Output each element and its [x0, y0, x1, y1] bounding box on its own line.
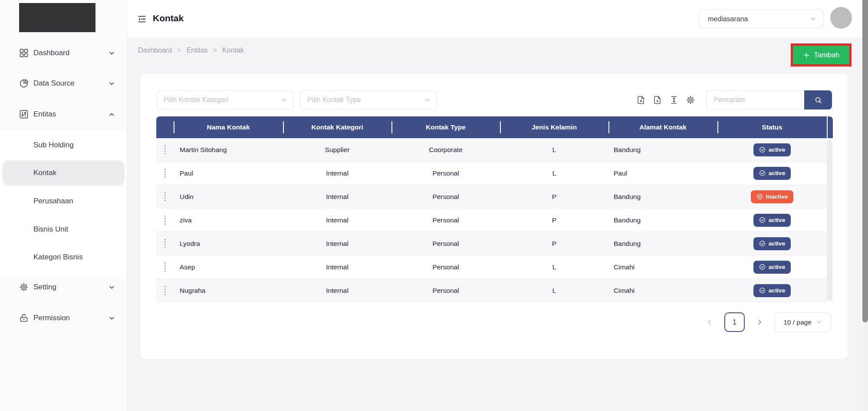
sidebar-item-label: Dashboard — [33, 49, 69, 57]
breadcrumb-separator: > — [213, 46, 217, 54]
column-header-kontak-kategori: Kontak Kategori — [283, 116, 391, 138]
drag-handle-icon[interactable] — [164, 192, 166, 201]
breadcrumb-entitas[interactable]: Entitas — [187, 46, 208, 54]
status-badge: active — [753, 143, 791, 156]
kontak-kategori-select[interactable]: Pilih Kontak Kategori — [156, 90, 293, 109]
sidebar-item-data-source[interactable]: Data Source — [0, 74, 127, 93]
entitas-submenu: Sub Holding Kontak Perusahaan Bisnis Uni… — [0, 129, 127, 280]
control-icon — [19, 109, 29, 119]
app-window: Dashboard Data Source Entitas — [0, 0, 868, 411]
check-circle-icon — [759, 217, 766, 223]
chevron-down-icon — [280, 97, 287, 103]
chevron-down-icon — [816, 319, 822, 325]
column-height-icon[interactable] — [669, 95, 679, 105]
breadcrumb-separator: > — [177, 46, 181, 54]
search-input[interactable] — [706, 90, 804, 109]
sidebar-item-setting[interactable]: Setting — [0, 278, 127, 297]
sidebar-item-label: Setting — [33, 283, 56, 292]
appstore-icon — [19, 48, 29, 58]
drag-handle-icon[interactable] — [164, 262, 166, 272]
pagination-prev-icon[interactable] — [706, 318, 713, 326]
page-title: Kontak — [153, 13, 184, 23]
table-settings-icon[interactable] — [686, 95, 695, 105]
table-row: Paul Internal Personal L Paul active — [156, 162, 827, 185]
status-badge: inactive — [751, 190, 793, 203]
pagination: 1 10 / page — [706, 312, 831, 332]
menu-fold-icon[interactable] — [137, 14, 147, 24]
breadcrumb-kontak[interactable]: Kontak — [222, 46, 244, 54]
table-header: Nama Kontak Kontak Kategori Kontak Type … — [156, 116, 833, 138]
search-group — [706, 90, 832, 109]
status-badge: active — [753, 167, 791, 180]
check-circle-icon — [759, 287, 766, 294]
table-row: Martin Sitohang Supplier Coorporate L Ba… — [156, 138, 827, 162]
table-scrollbar-thumb[interactable] — [827, 140, 832, 301]
sidebar-item-perusahaan[interactable]: Perusahaan — [3, 192, 125, 211]
content: Dashboard > Entitas > Kontak Tambah Pili… — [127, 38, 862, 411]
chevron-down-icon — [108, 315, 115, 322]
drag-handle-icon[interactable] — [164, 145, 166, 154]
column-header-kontak-type: Kontak Type — [391, 116, 500, 138]
sidebar-item-label: Entitas — [33, 110, 56, 119]
status-badge: active — [753, 284, 791, 297]
gear-icon — [19, 282, 29, 292]
kontak-table: Nama Kontak Kontak Kategori Kontak Type … — [156, 116, 833, 302]
sidebar-item-label: Permission — [33, 314, 70, 322]
column-header-status: Status — [717, 116, 827, 138]
breadcrumb: Dashboard > Entitas > Kontak — [138, 46, 244, 54]
check-circle-icon — [759, 240, 766, 247]
sidebar-item-kontak[interactable]: Kontak — [3, 160, 125, 186]
filters-row: Pilih Kontak Kategori Pilih Kontak Type — [156, 90, 832, 109]
pagination-next-icon[interactable] — [756, 318, 763, 326]
sidebar: Dashboard Data Source Entitas — [0, 0, 127, 411]
sidebar-item-label: Data Source — [33, 79, 75, 88]
chevron-down-icon — [108, 80, 115, 87]
status-badge: active — [753, 261, 791, 274]
file-excel-export-icon[interactable] — [653, 95, 662, 105]
page-size-select[interactable]: 10 / page — [775, 312, 831, 332]
pagination-page-1[interactable]: 1 — [724, 312, 745, 332]
kontak-type-select[interactable]: Pilih Kontak Type — [300, 90, 437, 109]
header-scrollbar-cap — [828, 116, 833, 138]
drag-handle-icon[interactable] — [164, 239, 166, 248]
sidebar-item-sub-holding[interactable]: Sub Holding — [3, 136, 125, 155]
drag-handle-icon[interactable] — [164, 215, 166, 225]
table-row: Nugraha Internal Personal L Cimahi activ… — [156, 279, 827, 302]
topbar: Kontak mediasarana — [127, 0, 862, 38]
sidebar-item-bisnis-unit[interactable]: Bisnis Unit — [3, 220, 125, 239]
header-drag-column — [156, 116, 174, 138]
table-row: Lyodra Internal Personal P Bandung activ… — [156, 232, 827, 255]
status-badge: active — [753, 237, 791, 250]
chevron-down-icon — [424, 97, 431, 103]
chevron-down-icon — [810, 16, 816, 22]
table-row: Asep Internal Personal L Cimahi active — [156, 255, 827, 279]
avatar[interactable] — [830, 7, 852, 29]
x-circle-icon — [756, 193, 763, 200]
table-row: ziva Internal Personal P Bandung active — [156, 209, 827, 232]
workspace-select[interactable]: mediasarana — [699, 10, 824, 28]
workspace-select-value: mediasarana — [708, 15, 748, 23]
sidebar-item-permission[interactable]: Permission — [0, 308, 127, 328]
chevron-down-icon — [108, 284, 115, 291]
table-row: Udin Internal Personal P Bandung inactiv… — [156, 185, 827, 209]
sidebar-item-kategori-bisnis[interactable]: Kategori Bisnis — [3, 248, 125, 267]
plus-icon — [803, 52, 810, 59]
check-circle-icon — [759, 170, 766, 176]
search-button[interactable] — [804, 90, 832, 109]
tambah-button[interactable]: Tambah — [793, 46, 849, 64]
check-circle-icon — [759, 264, 766, 270]
file-pdf-export-icon[interactable] — [636, 95, 646, 105]
sidebar-item-dashboard[interactable]: Dashboard — [0, 43, 127, 63]
chevron-down-icon — [108, 50, 115, 56]
drag-handle-icon[interactable] — [164, 286, 166, 295]
status-badge: active — [753, 214, 791, 227]
breadcrumb-dashboard[interactable]: Dashboard — [138, 46, 172, 54]
chevron-up-icon — [108, 111, 115, 118]
table-tools — [629, 90, 832, 109]
kontak-card: Pilih Kontak Kategori Pilih Kontak Type — [140, 74, 848, 359]
check-circle-icon — [759, 146, 766, 153]
window-scrollbar-thumb[interactable] — [862, 0, 868, 322]
annotation-highlight-box: Tambah — [791, 43, 852, 66]
sidebar-item-entitas[interactable]: Entitas — [0, 105, 127, 124]
drag-handle-icon[interactable] — [164, 169, 166, 178]
